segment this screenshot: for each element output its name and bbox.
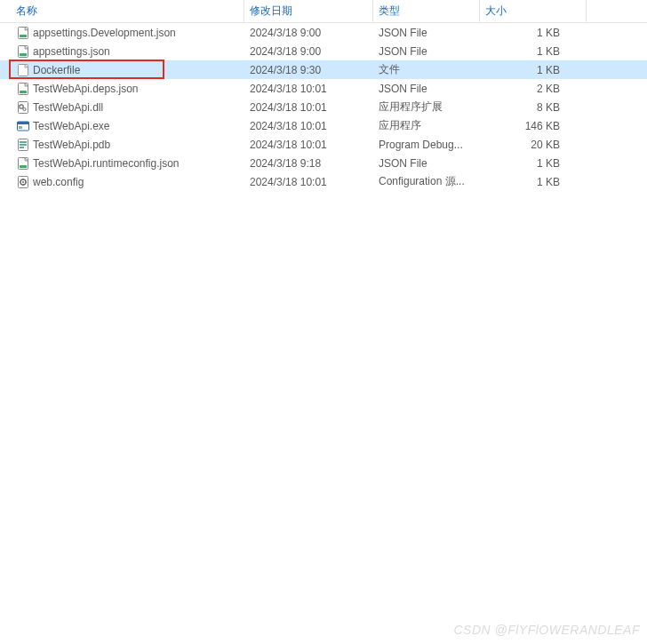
- file-date-cell: 2024/3/18 9:00: [244, 45, 373, 58]
- json-file-icon: [16, 26, 30, 40]
- file-date-cell: 2024/3/18 10:01: [244, 176, 373, 188]
- file-name-label: TestWebApi.pdb: [33, 139, 110, 151]
- file-date-cell: 2024/3/18 10:01: [244, 139, 373, 151]
- svg-rect-6: [20, 91, 27, 93]
- file-size-cell: 1 KB: [480, 27, 587, 39]
- file-name-cell: TestWebApi.exe: [0, 119, 244, 133]
- file-date-cell: 2024/3/18 10:01: [244, 120, 373, 132]
- file-name-label: TestWebApi.dll: [33, 101, 103, 114]
- file-name-label: appsettings.json: [33, 45, 110, 58]
- file-date-cell: 2024/3/18 10:01: [244, 101, 373, 114]
- svg-rect-12: [19, 126, 22, 129]
- file-date-cell: 2024/3/18 10:01: [244, 83, 373, 95]
- column-header-date[interactable]: 修改日期: [244, 0, 373, 22]
- file-type-cell: JSON File: [373, 27, 480, 39]
- file-name-label: TestWebApi.deps.json: [33, 83, 139, 95]
- svg-rect-1: [20, 35, 27, 37]
- config-file-icon: [16, 175, 30, 189]
- file-type-cell: JSON File: [373, 157, 480, 170]
- file-size-cell: 8 KB: [480, 101, 587, 114]
- column-header-row: 名称 修改日期 类型 大小: [0, 0, 647, 23]
- file-type-cell: Program Debug...: [373, 139, 480, 151]
- file-name-label: TestWebApi.runtimeconfig.json: [33, 157, 180, 170]
- file-row[interactable]: TestWebApi.exe2024/3/18 10:01应用程序146 KB: [0, 116, 647, 135]
- file-size-cell: 1 KB: [480, 45, 587, 58]
- file-name-cell: TestWebApi.dll: [0, 100, 244, 115]
- file-name-cell: appsettings.Development.json: [0, 26, 244, 40]
- file-row[interactable]: Dockerfile2024/3/18 9:30文件1 KB: [0, 60, 647, 79]
- file-date-cell: 2024/3/18 9:30: [244, 64, 373, 76]
- file-name-cell: TestWebApi.pdb: [0, 138, 244, 152]
- file-size-cell: 1 KB: [480, 64, 587, 76]
- json-file-icon: [16, 82, 30, 96]
- json-file-icon: [16, 44, 30, 59]
- svg-rect-15: [20, 144, 27, 146]
- file-list: appsettings.Development.json2024/3/18 9:…: [0, 23, 647, 191]
- watermark: CSDN @FlYFlOWERANDLEAF: [453, 623, 640, 637]
- file-size-cell: 2 KB: [480, 83, 587, 95]
- file-type-cell: JSON File: [373, 45, 480, 58]
- file-type-cell: Configuration 源...: [373, 174, 480, 189]
- column-header-type[interactable]: 类型: [373, 0, 480, 22]
- file-size-cell: 20 KB: [480, 139, 587, 151]
- file-date-cell: 2024/3/18 9:00: [244, 27, 373, 39]
- pdb-file-icon: [16, 138, 30, 152]
- file-name-label: appsettings.Development.json: [33, 27, 176, 39]
- file-row[interactable]: appsettings.Development.json2024/3/18 9:…: [0, 23, 647, 42]
- file-name-cell: Dockerfile: [0, 63, 244, 77]
- blank-file-icon: [16, 63, 30, 77]
- dll-file-icon: [16, 100, 30, 115]
- svg-rect-11: [18, 122, 29, 124]
- file-size-cell: 146 KB: [480, 120, 587, 132]
- file-row[interactable]: TestWebApi.pdb2024/3/18 10:01Program Deb…: [0, 135, 647, 154]
- file-row[interactable]: web.config2024/3/18 10:01Configuration 源…: [0, 172, 647, 191]
- file-row[interactable]: TestWebApi.dll2024/3/18 10:01应用程序扩展8 KB: [0, 98, 647, 116]
- file-type-cell: JSON File: [373, 83, 480, 95]
- file-name-cell: TestWebApi.runtimeconfig.json: [0, 156, 244, 171]
- svg-rect-3: [20, 53, 27, 56]
- svg-point-21: [22, 181, 24, 183]
- file-row[interactable]: TestWebApi.runtimeconfig.json2024/3/18 9…: [0, 154, 647, 172]
- column-header-size[interactable]: 大小: [480, 0, 587, 22]
- file-name-label: TestWebApi.exe: [33, 120, 110, 132]
- svg-rect-16: [20, 147, 24, 148]
- file-name-label: web.config: [33, 176, 84, 188]
- exe-file-icon: [16, 119, 30, 133]
- file-type-cell: 应用程序扩展: [373, 99, 480, 115]
- file-name-cell: appsettings.json: [0, 44, 244, 59]
- svg-rect-18: [20, 165, 27, 168]
- file-explorer: 名称 修改日期 类型 大小 appsettings.Development.js…: [0, 0, 647, 644]
- file-row[interactable]: TestWebApi.deps.json2024/3/18 10:01JSON …: [0, 79, 647, 98]
- file-name-cell: TestWebApi.deps.json: [0, 82, 244, 96]
- file-date-cell: 2024/3/18 9:18: [244, 157, 373, 170]
- file-row[interactable]: appsettings.json2024/3/18 9:00JSON File1…: [0, 42, 647, 60]
- file-size-cell: 1 KB: [480, 157, 587, 170]
- svg-rect-14: [20, 141, 27, 143]
- file-type-cell: 应用程序: [373, 118, 480, 133]
- file-name-label: Dockerfile: [33, 64, 80, 76]
- file-size-cell: 1 KB: [480, 176, 587, 188]
- column-header-name[interactable]: 名称: [0, 0, 244, 22]
- file-name-cell: web.config: [0, 175, 244, 189]
- json-file-icon: [16, 156, 30, 171]
- file-type-cell: 文件: [373, 62, 480, 77]
